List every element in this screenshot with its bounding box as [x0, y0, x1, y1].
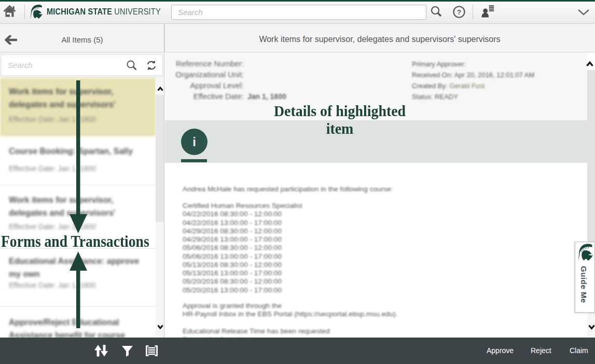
- svg-text:?: ?: [457, 8, 461, 16]
